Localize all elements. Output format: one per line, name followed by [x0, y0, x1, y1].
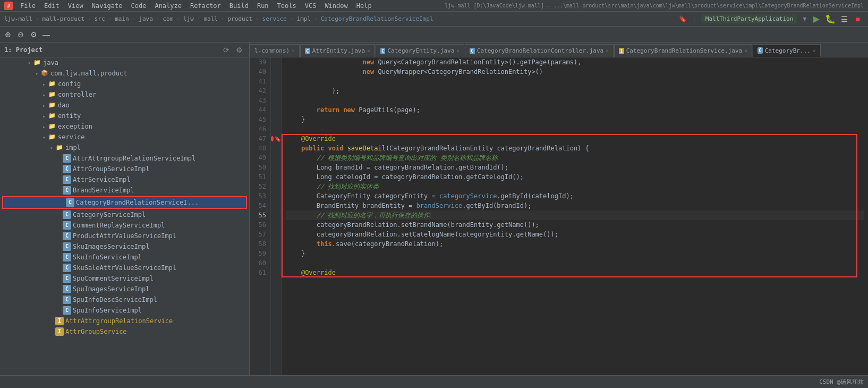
tree-java[interactable]: ▾ 📁 java [0, 57, 249, 68]
crumb-mall-product[interactable]: mall-product [42, 15, 84, 22]
tab-CategoryBrandRelationServiceImpl[interactable]: C CategoryBr... × [753, 44, 821, 57]
code-line-46[interactable] [286, 124, 864, 134]
tab-close-icon[interactable]: × [292, 48, 295, 54]
tree-AttrServiceImpl[interactable]: C AttrServiceImpl [0, 174, 249, 185]
tree-SkuImagesServiceImpl[interactable]: C SkuImagesServiceImpl [0, 241, 249, 252]
code-line-57[interactable]: categoryBrandRelation.setCatelogName(cat… [286, 230, 864, 239]
tree-AttrAttrgroupRelationService[interactable]: I AttrAttrgroupRelationService [0, 316, 249, 326]
run-config-dropdown[interactable]: MallThirdPartyApplication [701, 14, 798, 23]
tree-CategoryServiceImpl[interactable]: C CategoryServiceImpl [0, 209, 249, 220]
crumb-mall[interactable]: mall [203, 15, 218, 22]
code-container[interactable]: 39 40 41 42 43 44 45 46 47 48 49 50 51 5… [250, 57, 868, 375]
code-line-50[interactable]: Long brandId = categoryBrandRelation.get… [286, 163, 864, 172]
tab-CategoryBrandRelationController[interactable]: C CategoryBrandRelationController.java × [465, 44, 614, 57]
crumb-ljw[interactable]: ljw [183, 15, 194, 22]
code-line-43[interactable] [286, 96, 864, 105]
code-line-49[interactable]: // 根据类别编号和品牌编号查询出对应的 类别名称和品牌名称 [286, 153, 864, 163]
crumb-com[interactable]: com [163, 15, 173, 22]
menu-vcs[interactable]: VCS [302, 1, 320, 11]
tree-SkuSaleAttrValueServiceImpl[interactable]: C SkuSaleAttrValueServiceImpl [0, 263, 249, 273]
coverage-button[interactable]: ☰ [838, 13, 850, 25]
gear-icon[interactable]: ⚙ [234, 45, 245, 55]
code-line-44[interactable]: return new PageUtils(page); [286, 105, 864, 115]
breakpoint-marker[interactable]: 🔖 [271, 134, 281, 144]
menu-analyze[interactable]: Analyze [151, 1, 185, 11]
code-line-54[interactable]: BrandEntity brandEntity = brandService.g… [286, 201, 864, 210]
tree-SkuInfoServiceImpl[interactable]: C SkuInfoServiceImpl [0, 252, 249, 263]
tab-close-icon[interactable]: × [744, 48, 747, 54]
tree-AttrAttrgroupRelationServiceImpl[interactable]: C AttrAttrgroupRelationServiceImpl [0, 153, 249, 164]
code-line-40[interactable]: new QueryWrapper<CategoryBrandRelationEn… [286, 67, 864, 77]
tree-SpuCommentServiceImpl[interactable]: C SpuCommentServiceImpl [0, 273, 249, 284]
tab-close-icon[interactable]: × [813, 48, 816, 54]
tree-dao[interactable]: ▸ 📁 dao [0, 100, 249, 111]
code-lines[interactable]: new Query<CategoryBrandRelationEntity>()… [282, 57, 868, 375]
menu-refactor[interactable]: Refactor [187, 1, 224, 11]
tree-config[interactable]: ▸ 📁 config [0, 79, 249, 89]
menu-tools[interactable]: Tools [274, 1, 300, 11]
code-line-42[interactable]: ); [286, 86, 864, 96]
tree-CommentReplayServiceImpl[interactable]: C CommentReplayServiceImpl [0, 220, 249, 231]
tree-CategoryBrandRelationServiceImpl[interactable]: C CategoryBrandRelationServiceI... [3, 197, 246, 208]
tree-entity[interactable]: ▸ 📁 entity [0, 111, 249, 121]
run-button[interactable]: ▶ [811, 13, 822, 25]
code-line-60[interactable] [286, 258, 864, 268]
crumb-java[interactable]: java [139, 15, 153, 22]
tab-close-icon[interactable]: × [367, 48, 370, 54]
tree-SpuImagesServiceImpl[interactable]: C SpuImagesServiceImpl [0, 284, 249, 294]
crumb-src[interactable]: src [95, 15, 105, 22]
code-line-53[interactable]: CategoryEntity categoryEntity = category… [286, 191, 864, 201]
sync-icon[interactable]: ⟳ [221, 45, 232, 55]
code-line-61[interactable]: @Override [286, 268, 864, 277]
code-line-47[interactable]: @Override [286, 134, 864, 144]
code-line-52[interactable]: // 找到对应的实体类 [286, 182, 864, 191]
tree-impl[interactable]: ▾ 📁 impl [0, 142, 249, 153]
tree-exception[interactable]: ▸ 📁 exception [0, 121, 249, 132]
menu-edit[interactable]: Edit [41, 1, 63, 11]
tab-commons[interactable]: l-commons) × [250, 44, 300, 57]
stop-button[interactable]: ■ [852, 13, 864, 25]
code-line-55[interactable]: // 找到对应的名字，再执行保存的操作 [286, 210, 864, 220]
code-line-39[interactable]: new Query<CategoryBrandRelationEntity>()… [286, 57, 864, 67]
tree-SpuInfoServiceImpl[interactable]: C SpuInfoServiceImpl [0, 305, 249, 316]
code-line-58[interactable]: this.save(categoryBrandRelation); [286, 239, 864, 249]
menu-run[interactable]: Run [254, 1, 272, 11]
tab-CategoryBrandRelationService[interactable]: I CategoryBrandRelationService.java × [614, 44, 752, 57]
debug-button[interactable]: 🐛 [824, 13, 836, 25]
tree-service[interactable]: ▾ 📁 service [0, 132, 249, 142]
menu-window[interactable]: Window [321, 1, 351, 11]
tree-BrandServiceImpl[interactable]: C BrandServiceImpl [0, 185, 249, 196]
close-panel-icon[interactable]: — [40, 29, 52, 40]
code-line-45[interactable]: } [286, 115, 864, 124]
menu-help[interactable]: Help [353, 1, 375, 11]
tab-close-icon[interactable]: × [456, 48, 459, 54]
tab-CategoryEntity[interactable]: C CategoryEntity.java × [376, 44, 464, 57]
code-line-48[interactable]: public void saveDetail(CategoryBrandRela… [286, 144, 864, 153]
code-line-51[interactable]: Long catelogId = categoryBrandRelation.g… [286, 172, 864, 182]
menu-code[interactable]: Code [128, 1, 150, 11]
tree-ProductAttrValueServiceImpl[interactable]: C ProductAttrValueServiceImpl [0, 231, 249, 241]
tab-close-icon[interactable]: × [606, 48, 609, 54]
menu-build[interactable]: Build [226, 1, 252, 11]
tree-package[interactable]: ▾ 📦 com.ljw.mall.product [0, 68, 249, 79]
code-line-41[interactable] [286, 77, 864, 86]
code-line-59[interactable]: } [286, 249, 864, 258]
crumb-main[interactable]: main [115, 15, 129, 22]
menu-file[interactable]: File [17, 1, 39, 11]
crumb-ljw-mall[interactable]: ljw-mall [4, 15, 32, 22]
expand-icon[interactable]: ⊕ [2, 29, 14, 40]
collapse-icon[interactable]: ⊖ [15, 29, 27, 40]
tree-controller[interactable]: ▸ 📁 controller [0, 89, 249, 100]
tab-AttrEntity[interactable]: C AttrEntity.java × [300, 44, 375, 57]
bookmark-icon[interactable]: 🔖 [679, 15, 687, 23]
crumb-product[interactable]: product [228, 15, 252, 22]
tree-AttrGroupServiceImpl[interactable]: C AttrGroupServiceImpl [0, 164, 249, 174]
tree-AttrGroupService[interactable]: I AttrGroupService [0, 326, 249, 337]
crumb-class[interactable]: CategoryBrandRelationServiceImpl [321, 15, 433, 22]
menu-view[interactable]: View [65, 1, 87, 11]
settings-icon[interactable]: ⚙ [28, 29, 39, 40]
tree-SpuInfoDescServiceImpl[interactable]: C SpuInfoDescServiceImpl [0, 294, 249, 305]
menu-navigate[interactable]: Navigate [89, 1, 126, 11]
crumb-service[interactable]: service [262, 15, 287, 22]
crumb-impl[interactable]: impl [297, 15, 311, 22]
